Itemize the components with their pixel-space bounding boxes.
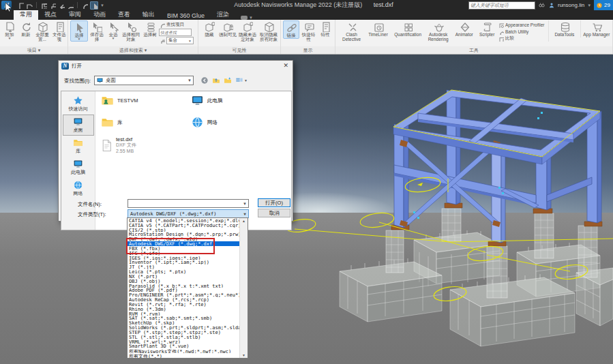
properties-button[interactable]: 特性 xyxy=(318,20,333,37)
filetype-option[interactable]: DWF (*.dwf;*.dwfx;*.w2d) xyxy=(128,237,240,241)
tab-output[interactable]: 输出 xyxy=(136,9,161,20)
user-avatar-icon[interactable] xyxy=(548,2,555,9)
sidebar-item-this-pc[interactable]: 此电脑 xyxy=(63,157,94,178)
signed-in-user[interactable]: runsong.lin xyxy=(558,2,584,8)
filetype-option[interactable]: Autodesk ReCap (*.rcs;*.rcp) xyxy=(128,297,240,302)
reset-all-button[interactable]: 全部重置... xyxy=(34,20,51,42)
datatools-button[interactable]: DataTools xyxy=(549,20,580,37)
compare-button[interactable]: 比较 xyxy=(498,35,547,42)
print-icon[interactable] xyxy=(49,2,56,9)
open-file-icon[interactable] xyxy=(26,2,33,9)
filetype-option[interactable]: NX (*.prt) xyxy=(128,274,240,279)
cancel-button[interactable]: 取消 xyxy=(258,209,290,217)
animator-button[interactable]: Animator xyxy=(452,20,476,37)
trial-days-badge[interactable]: 29 xyxy=(594,0,613,10)
select-cursor-icon[interactable] xyxy=(90,1,98,10)
quick-find-input[interactable] xyxy=(159,29,192,36)
filetype-option[interactable]: VRML (*.wrl;*.wrz) xyxy=(128,339,240,344)
appearance-profiler-button[interactable]: Appearance Profiler xyxy=(498,22,547,28)
undo-icon[interactable] xyxy=(58,2,65,9)
filetype-option[interactable]: Revit (*.rvt; *.rfa; *.rte) xyxy=(128,302,240,307)
group-label-select-search[interactable]: 选择和搜索 ▾ xyxy=(68,46,198,54)
close-icon[interactable]: ✕ xyxy=(283,62,288,69)
qat-dropdown-icon[interactable]: ▼ xyxy=(100,3,104,7)
redo-icon[interactable] xyxy=(67,2,74,9)
filetype-option-selected[interactable]: Autodesk DWG/DXF (*.dwg;*.dxf) xyxy=(128,241,240,246)
filetype-option[interactable]: Rhino (*.3dm) xyxy=(128,307,240,312)
dialog-titlebar[interactable]: N 打开 ✕ xyxy=(59,61,293,72)
filetype-option[interactable]: CIS/2 (*.stp) xyxy=(128,228,240,232)
ribbon-display-toggle[interactable]: ▼ xyxy=(241,16,253,20)
filetype-option[interactable]: Inventor (*.ipt;*.iam;*.ipj) xyxy=(128,260,240,264)
refresh-button[interactable]: 刷新 xyxy=(18,20,34,37)
select-same-button[interactable]: 选择相同对象 xyxy=(121,20,141,42)
look-in-combobox[interactable]: 桌面 ▼ xyxy=(94,76,194,85)
new-file-icon[interactable] xyxy=(17,2,24,9)
clash-detective-button[interactable]: Clash Detective xyxy=(338,20,365,42)
scroll-down-icon[interactable]: ▼ xyxy=(240,353,248,357)
up-one-level-icon[interactable] xyxy=(212,76,220,85)
file-tile-testdxf[interactable]: test.dxf DXF 文件 2.55 MB xyxy=(100,136,136,155)
timeliner-button[interactable]: TimeLiner xyxy=(365,20,391,37)
filename-combobox[interactable]: ▼ xyxy=(128,199,249,208)
back-icon[interactable] xyxy=(200,76,209,85)
filetype-option[interactable]: Adobe PDF (*.pdf) xyxy=(128,288,240,292)
tab-bim360glue[interactable]: BIM 360 Glue xyxy=(161,11,211,20)
find-items-button[interactable]: 查找项目 xyxy=(159,22,194,28)
tab-review[interactable]: 审阅 xyxy=(63,9,87,20)
group-label-project[interactable]: 项目 ▾ xyxy=(0,46,68,54)
filetype-option[interactable]: 所有Navisworks文件(*.nwd;*.nwf;*.nwc) xyxy=(128,348,240,353)
sets-dropdown[interactable]: 集合▼ xyxy=(166,37,194,44)
view-menu-icon[interactable] xyxy=(235,76,243,85)
hide-button[interactable]: 隐藏 xyxy=(200,20,218,37)
file-tile-testvm[interactable]: TESTVM xyxy=(100,94,138,107)
unhide-all-button[interactable]: 取消隐藏所有对象 xyxy=(258,20,280,42)
quantification-button[interactable]: Quantification xyxy=(391,20,424,37)
filetype-option[interactable]: SketchUp (*.skp) xyxy=(128,320,240,325)
sidebar-item-network[interactable]: 网络 xyxy=(63,178,94,199)
search-binoculars-icon[interactable] xyxy=(538,1,545,9)
tab-home[interactable]: 常用 xyxy=(14,9,38,20)
filetype-option[interactable]: FBX (*.fbx) xyxy=(128,246,240,251)
selection-tree-button[interactable]: 选择树 xyxy=(141,20,159,37)
help-search-input[interactable] xyxy=(468,1,535,10)
append-button[interactable]: 附加▼ xyxy=(1,20,18,40)
sidebar-item-quick-access[interactable]: 快速访问 xyxy=(63,93,94,115)
filetype-option[interactable]: JT (*.jt) xyxy=(128,264,240,269)
file-tile-network[interactable]: 网络 xyxy=(190,116,218,129)
tab-render[interactable]: 渲染 xyxy=(211,9,235,20)
dropdown-scrollbar[interactable]: ▲ ▼ xyxy=(239,218,248,358)
select-all-button[interactable]: 全选▼ xyxy=(106,20,121,40)
scripter-button[interactable]: Scripter xyxy=(476,20,498,37)
filetype-option[interactable]: STEP (*.stp;*.step;*.stpz;*.ste) xyxy=(128,330,240,335)
filetype-option[interactable]: IGES (*.igs;*.iges;*.ige) xyxy=(128,256,240,260)
filetype-option[interactable]: SmartPlant 3D (*.vue) xyxy=(128,344,240,348)
file-tile-this-pc[interactable]: 此电脑 xyxy=(190,94,223,107)
file-tile-libraries[interactable]: 库 xyxy=(100,116,123,129)
new-folder-icon[interactable] xyxy=(224,76,232,85)
refresh-icon[interactable] xyxy=(81,2,88,9)
links-button[interactable]: 链接 xyxy=(283,20,299,39)
scroll-up-icon[interactable]: ▲ xyxy=(240,219,248,223)
quick-find-icon[interactable] xyxy=(193,29,194,35)
quick-properties-button[interactable]: 快捷特性 xyxy=(299,20,318,42)
filetype-option[interactable]: Parasolid (*.x_b;*.x_t;*.xmt_txt) xyxy=(128,284,240,288)
require-button[interactable]: 强制可见 xyxy=(218,20,237,37)
user-menu-caret-icon[interactable]: ▼ xyxy=(587,3,591,7)
view-menu-caret-icon[interactable]: ▼ xyxy=(244,78,248,82)
tab-view[interactable]: 查看 xyxy=(112,9,136,20)
filetype-option[interactable]: CATIA v5 (*.CATPart;*.CATProduct;*.cgr) xyxy=(128,223,240,228)
filetype-option[interactable]: STL (*.stl;*.stla;*.stlb) xyxy=(128,335,240,339)
hide-unselected-button[interactable]: 隐藏未选定对象 xyxy=(237,20,258,42)
filetype-option[interactable]: SAT (*.sat;*.sab;*.smt;*.smb) xyxy=(128,316,240,320)
open-button[interactable]: 打开(O) xyxy=(258,198,290,207)
batch-utility-button[interactable]: Batch Utility xyxy=(498,29,547,35)
filetype-option[interactable]: Leica (*.pts; *.ptx) xyxy=(128,269,240,274)
autodesk-rendering-button[interactable]: Autodesk Rendering xyxy=(424,20,452,42)
tab-animation[interactable]: 动画 xyxy=(87,9,112,20)
sidebar-item-libraries[interactable]: 库 xyxy=(63,136,94,157)
sidebar-item-desktop[interactable]: 桌面 xyxy=(63,115,94,136)
app-manager-button[interactable]: App Manager xyxy=(581,20,612,37)
save-selection-button[interactable]: 保存选择 xyxy=(88,20,106,42)
save-icon[interactable] xyxy=(40,2,47,9)
